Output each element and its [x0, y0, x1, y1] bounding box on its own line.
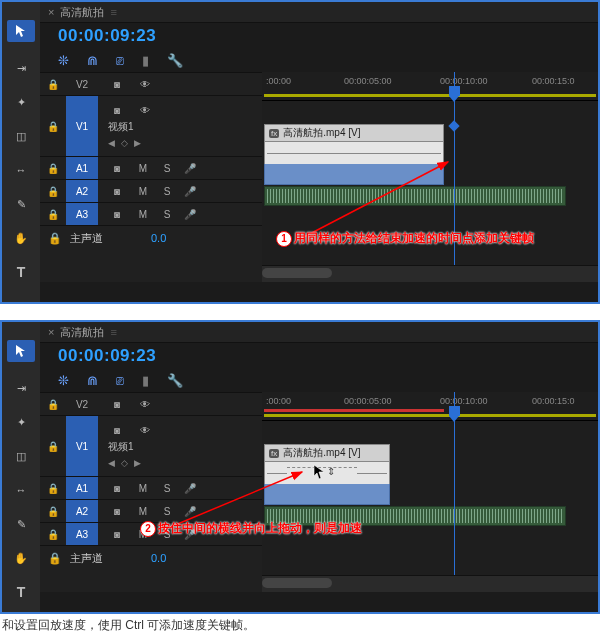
clip-speed-band[interactable]	[264, 142, 444, 164]
timecode-display[interactable]: 00:00:09:23	[58, 346, 156, 366]
time-ruler[interactable]: :00:00 00:00:05:00 00:00:10:00 00:00:15:…	[262, 392, 598, 421]
mute-button[interactable]: M	[136, 483, 150, 494]
zoom-scrollbar[interactable]	[262, 268, 332, 278]
work-area-bar[interactable]	[264, 94, 596, 97]
toggle-output-icon[interactable]: ◙	[108, 483, 126, 494]
timeline-tracks-area[interactable]: :00:00 00:00:05:00 00:00:10:00 00:00:15:…	[262, 392, 598, 592]
track-label-v1[interactable]: V1	[66, 96, 98, 156]
voice-icon[interactable]: 🎤	[184, 209, 196, 220]
lock-icon[interactable]: 🔒	[40, 186, 66, 197]
tab-drag-icon[interactable]: ≡	[110, 6, 117, 18]
lock-icon[interactable]: 🔒	[40, 483, 66, 494]
keyframe-marker-icon[interactable]	[448, 120, 459, 131]
pen-tool-icon[interactable]: ✎	[13, 196, 29, 212]
drag-handle-icon[interactable]: ⇕	[327, 466, 335, 477]
selection-tool-icon[interactable]	[7, 340, 35, 362]
sequence-tab[interactable]: × 高清航拍 ≡	[40, 2, 598, 23]
settings-icon[interactable]: 🔧	[167, 373, 183, 388]
audio-clip-a1[interactable]	[264, 186, 566, 206]
lock-icon[interactable]: 🔒	[40, 441, 66, 452]
sequence-tab[interactable]: × 高清航拍 ≡	[40, 322, 598, 343]
lock-icon[interactable]: 🔒	[48, 232, 62, 245]
toggle-output-icon[interactable]: ◙	[108, 506, 126, 517]
track-label-a2[interactable]: A2	[66, 500, 98, 522]
track-label-a3[interactable]: A3	[66, 203, 98, 225]
lock-icon[interactable]: 🔒	[40, 506, 66, 517]
track-label-a2[interactable]: A2	[66, 180, 98, 202]
lock-icon[interactable]: 🔒	[40, 209, 66, 220]
track-label-v2[interactable]: V2	[66, 73, 98, 95]
solo-button[interactable]: S	[160, 506, 174, 517]
mute-button[interactable]: M	[136, 506, 150, 517]
ripple-edit-tool-icon[interactable]: ✦	[13, 414, 29, 430]
magnet-icon[interactable]: ⋒	[87, 53, 98, 68]
track-label-v1[interactable]: V1	[66, 416, 98, 476]
playhead[interactable]	[454, 392, 455, 592]
hand-tool-icon[interactable]: ✋	[13, 550, 29, 566]
settings-icon[interactable]: 🔧	[167, 53, 183, 68]
slip-tool-icon[interactable]: ↔	[13, 162, 29, 178]
toggle-sync-icon[interactable]: 👁	[136, 105, 154, 116]
fx-badge-icon[interactable]: fx	[269, 129, 279, 138]
magnet-icon[interactable]: ⋒	[87, 373, 98, 388]
toggle-output-icon[interactable]: ◙	[108, 209, 126, 220]
voice-icon[interactable]: 🎤	[184, 163, 196, 174]
solo-button[interactable]: S	[160, 186, 174, 197]
linked-selection-icon[interactable]: ⎚	[116, 53, 124, 68]
track-label-a1[interactable]: A1	[66, 477, 98, 499]
mute-button[interactable]: M	[136, 186, 150, 197]
video-clip[interactable]: fx高清航拍.mp4 [V] ⇕	[264, 444, 390, 502]
toggle-output-icon[interactable]: ◙	[108, 163, 126, 174]
pen-tool-icon[interactable]: ✎	[13, 516, 29, 532]
fx-badge-icon[interactable]: fx	[269, 449, 279, 458]
tab-close-icon[interactable]: ×	[48, 6, 54, 18]
tab-close-icon[interactable]: ×	[48, 326, 54, 338]
ripple-edit-tool-icon[interactable]: ✦	[13, 94, 29, 110]
toggle-sync-icon[interactable]: 👁	[136, 399, 154, 410]
zoom-scrollbar[interactable]	[262, 578, 332, 588]
track-label-a1[interactable]: A1	[66, 157, 98, 179]
playhead[interactable]	[454, 72, 455, 282]
toggle-output-icon[interactable]: ◙	[108, 105, 126, 116]
master-level[interactable]: 0.0	[151, 232, 166, 244]
selection-tool-icon[interactable]	[7, 20, 35, 42]
toggle-output-icon[interactable]: ◙	[108, 186, 126, 197]
mute-button[interactable]: M	[136, 163, 150, 174]
lock-icon[interactable]: 🔒	[40, 399, 66, 410]
type-tool-icon[interactable]: T	[13, 584, 29, 600]
lock-icon[interactable]: 🔒	[40, 163, 66, 174]
markers-icon[interactable]: ▮	[142, 373, 149, 388]
toggle-output-icon[interactable]: ◙	[108, 425, 126, 436]
type-tool-icon[interactable]: T	[13, 264, 29, 280]
slip-tool-icon[interactable]: ↔	[13, 482, 29, 498]
track-label-a3[interactable]: A3	[66, 523, 98, 545]
razor-tool-icon[interactable]: ◫	[13, 128, 29, 144]
timecode-display[interactable]: 00:00:09:23	[58, 26, 156, 46]
lock-icon[interactable]: 🔒	[40, 529, 66, 540]
clip-speed-band[interactable]: ⇕	[264, 462, 390, 484]
razor-tool-icon[interactable]: ◫	[13, 448, 29, 464]
voice-icon[interactable]: 🎤	[184, 186, 196, 197]
lock-icon[interactable]: 🔒	[48, 552, 62, 565]
time-ruler[interactable]: :00:00 00:00:05:00 00:00:10:00 00:00:15:…	[262, 72, 598, 101]
lock-icon[interactable]: 🔒	[40, 79, 66, 90]
markers-icon[interactable]: ▮	[142, 53, 149, 68]
linked-selection-icon[interactable]: ⎚	[116, 373, 124, 388]
tab-drag-icon[interactable]: ≡	[110, 326, 117, 338]
lock-icon[interactable]: 🔒	[40, 121, 66, 132]
keyframe-nav[interactable]: ◀◇▶	[108, 458, 141, 468]
snap-icon[interactable]: ❊	[58, 53, 69, 68]
toggle-sync-icon[interactable]: 👁	[136, 425, 154, 436]
toggle-sync-icon[interactable]: 👁	[136, 79, 154, 90]
track-select-tool-icon[interactable]: ⇥	[13, 60, 29, 76]
snap-icon[interactable]: ❊	[58, 373, 69, 388]
toggle-output-icon[interactable]: ◙	[108, 529, 126, 540]
toggle-output-icon[interactable]: ◙	[108, 399, 126, 410]
hand-tool-icon[interactable]: ✋	[13, 230, 29, 246]
video-clip[interactable]: fx高清航拍.mp4 [V]	[264, 124, 444, 182]
track-select-tool-icon[interactable]: ⇥	[13, 380, 29, 396]
solo-button[interactable]: S	[160, 163, 174, 174]
toggle-output-icon[interactable]: ◙	[108, 79, 126, 90]
mute-button[interactable]: M	[136, 209, 150, 220]
voice-icon[interactable]: 🎤	[184, 506, 196, 517]
